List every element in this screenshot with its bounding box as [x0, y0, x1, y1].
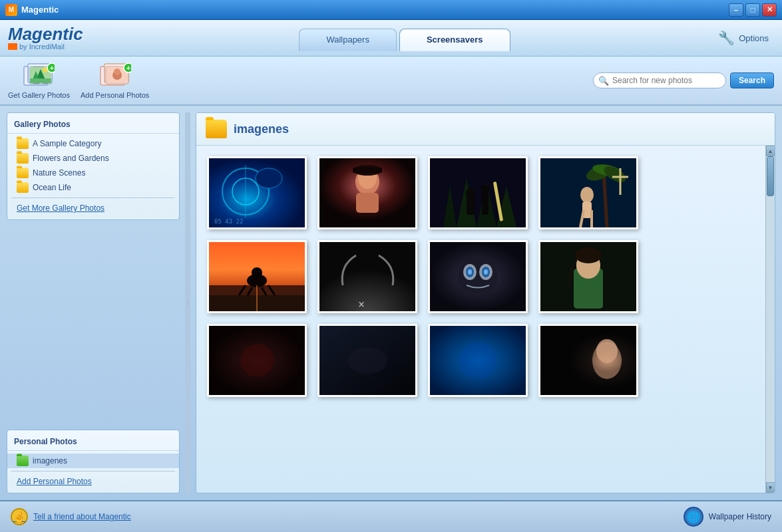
maximize-button[interactable]: □	[745, 3, 760, 17]
folder-icon	[17, 153, 29, 164]
window-controls: – □ ✕	[729, 3, 777, 17]
svg-point-89	[240, 344, 274, 377]
scroll-thumb[interactable]	[767, 156, 774, 196]
toolbar: + Get Gallery Photos + Add Pers	[0, 57, 782, 106]
svg-point-78	[484, 269, 488, 275]
logo-sub: by IncrediMail	[8, 43, 83, 51]
minimize-button[interactable]: –	[729, 3, 743, 17]
search-icon: 🔍	[598, 76, 609, 86]
photo-thumb[interactable]	[207, 324, 307, 397]
svg-rect-68	[319, 242, 415, 311]
folder-green-icon	[17, 456, 29, 466]
sidebar-item-imagenes-label: imagenes	[33, 456, 67, 466]
scroll-track[interactable]	[766, 156, 775, 482]
tab-screensavers[interactable]: Screensavers	[399, 29, 510, 51]
add-personal-photos-link[interactable]: Add Personal Photos	[7, 474, 179, 489]
options-button[interactable]: 🔧 Options	[713, 25, 774, 51]
personal-photos-section: Personal Photos imagenes Add Personal Ph…	[7, 430, 180, 493]
svg-text:05 43 22: 05 43 22	[214, 218, 243, 225]
get-gallery-button[interactable]: + Get Gallery Photos	[8, 62, 70, 99]
search-area: 🔍 Search	[593, 72, 774, 88]
photo-thumb[interactable]	[317, 156, 417, 229]
svg-rect-97	[540, 326, 636, 395]
photo-thumb[interactable]	[428, 324, 528, 397]
svg-rect-37	[467, 195, 475, 215]
tabs-container: Wallpapers Screensavers	[97, 25, 713, 51]
sidebar-item-sample[interactable]: A Sample Category	[7, 136, 179, 151]
photo-thumb[interactable]	[538, 240, 638, 313]
options-label: Options	[739, 33, 769, 43]
tab-wallpapers[interactable]: Wallpapers	[299, 29, 397, 51]
sidebar-item-flowers[interactable]: Flowers and Gardens	[7, 151, 179, 166]
window-title: Magentic	[21, 5, 59, 15]
svg-rect-18	[209, 158, 305, 227]
bottom-bar: 🤞 Tell a friend about Magentic 🌐 Wallpap…	[0, 500, 782, 532]
photo-row: ×	[207, 240, 755, 313]
app-icon: M	[5, 4, 17, 16]
svg-text:+: +	[50, 64, 54, 72]
gallery-panel: imagenes	[196, 112, 775, 493]
wallpaper-history-button[interactable]: 🌐 Wallpaper History	[684, 507, 771, 527]
photo-row: 05 43 22	[207, 156, 755, 229]
svg-point-95	[459, 342, 496, 379]
svg-point-77	[468, 269, 472, 275]
svg-point-86	[575, 247, 602, 263]
svg-text:+: +	[126, 64, 130, 72]
photo-thumb[interactable]: ×	[317, 240, 417, 313]
main-container: Magentic by IncrediMail Wallpapers Scree…	[0, 20, 782, 532]
gallery-title: imagenes	[234, 122, 289, 136]
svg-text:×: ×	[358, 298, 365, 311]
tell-friend-link[interactable]: 🤞 Tell a friend about Magentic	[11, 508, 131, 525]
photo-thumb[interactable]	[538, 324, 638, 397]
wallpaper-history-label: Wallpaper History	[709, 512, 771, 521]
add-photos-icon: +	[99, 62, 131, 88]
svg-point-99	[596, 339, 618, 363]
svg-rect-39	[482, 192, 489, 215]
photo-thumb[interactable]	[428, 156, 528, 229]
gallery-grid: 05 43 22	[196, 146, 765, 493]
photo-thumb[interactable]	[207, 240, 307, 313]
svg-point-38	[466, 188, 475, 198]
scroll-up-button[interactable]: ▲	[766, 146, 775, 156]
folder-icon	[17, 138, 29, 149]
get-more-gallery-link[interactable]: Get More Gallery Photos	[7, 201, 179, 215]
folder-icon	[17, 182, 29, 193]
history-icon: 🌐	[684, 507, 703, 527]
gallery-photos-section: Gallery Photos A Sample Category Flowers…	[7, 112, 180, 220]
photo-thumb[interactable]: 05 43 22	[207, 156, 307, 229]
search-button[interactable]: Search	[730, 72, 774, 88]
sidebar-item-nature[interactable]: Nature Scenes	[7, 166, 179, 180]
gallery-photos-header: Gallery Photos	[7, 117, 179, 134]
photo-thumb[interactable]	[538, 156, 638, 229]
svg-point-72	[458, 257, 498, 297]
header: Magentic by IncrediMail Wallpapers Scree…	[0, 20, 782, 57]
svg-point-40	[481, 185, 489, 193]
logo-text: Magentic	[8, 25, 83, 43]
divider	[11, 471, 175, 471]
gallery-icon: +	[23, 62, 55, 88]
svg-point-59	[252, 267, 262, 278]
svg-point-22	[256, 168, 282, 188]
svg-point-15	[114, 68, 120, 75]
logo-sub-text: by IncrediMail	[19, 43, 65, 51]
sidebar-item-ocean[interactable]: Ocean Life	[7, 180, 179, 195]
tell-friend-label: Tell a friend about Magentic	[33, 512, 131, 521]
folder-icon	[17, 168, 29, 178]
logo: Magentic by IncrediMail	[8, 25, 83, 51]
gallery-folder-icon	[206, 120, 227, 138]
photo-thumb[interactable]	[428, 240, 528, 313]
sidebar-item-ocean-label: Ocean Life	[33, 183, 71, 192]
scroll-down-button[interactable]: ▼	[766, 482, 775, 493]
content-area: Gallery Photos A Sample Category Flowers…	[0, 106, 782, 500]
sidebar-item-imagenes[interactable]: imagenes	[7, 454, 179, 468]
mail-icon	[8, 43, 17, 50]
gallery-header: imagenes	[196, 113, 775, 146]
search-wrapper: 🔍	[593, 72, 726, 88]
close-button[interactable]: ✕	[762, 3, 777, 17]
resize-handle[interactable]: ⋮	[185, 112, 190, 493]
add-personal-button[interactable]: + Add Personal Photos	[81, 62, 149, 99]
search-input[interactable]	[593, 72, 726, 88]
photo-thumb[interactable]	[317, 324, 417, 397]
add-personal-label: Add Personal Photos	[81, 91, 149, 99]
get-gallery-label: Get Gallery Photos	[8, 91, 70, 99]
